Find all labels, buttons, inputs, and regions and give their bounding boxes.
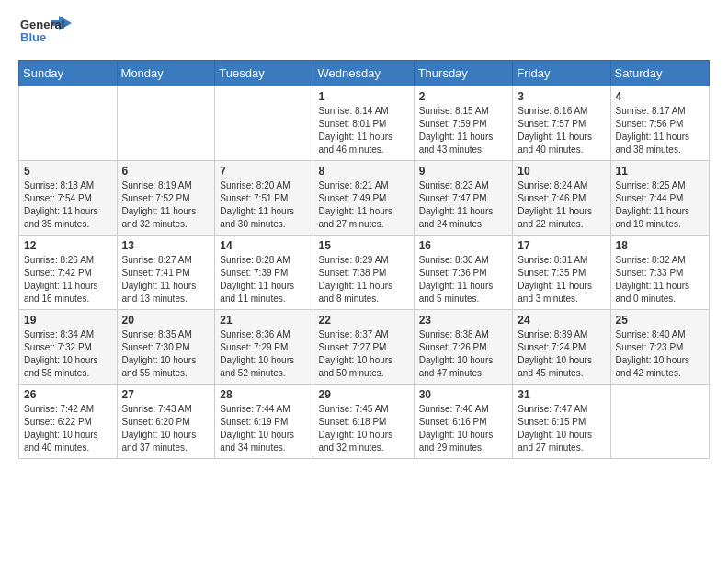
- day-cell: 16Sunrise: 8:30 AM Sunset: 7:36 PM Dayli…: [414, 236, 513, 310]
- day-cell: [117, 86, 215, 161]
- day-cell: 17Sunrise: 8:31 AM Sunset: 7:35 PM Dayli…: [513, 236, 610, 310]
- day-number: 3: [518, 90, 605, 103]
- weekday-header-thursday: Thursday: [414, 61, 513, 86]
- day-info: Sunrise: 8:31 AM Sunset: 7:35 PM Dayligh…: [518, 254, 605, 305]
- day-cell: [610, 385, 709, 459]
- day-number: 28: [220, 388, 308, 401]
- day-cell: [19, 86, 118, 161]
- week-row-3: 12Sunrise: 8:26 AM Sunset: 7:42 PM Dayli…: [19, 236, 710, 310]
- day-cell: 20Sunrise: 8:35 AM Sunset: 7:30 PM Dayli…: [117, 310, 215, 385]
- day-number: 7: [220, 165, 308, 178]
- day-number: 21: [220, 314, 308, 327]
- weekday-header-friday: Friday: [513, 61, 610, 86]
- weekday-header-sunday: Sunday: [19, 61, 118, 86]
- day-number: 4: [616, 90, 704, 103]
- day-cell: 25Sunrise: 8:40 AM Sunset: 7:23 PM Dayli…: [610, 310, 709, 385]
- day-info: Sunrise: 8:19 AM Sunset: 7:52 PM Dayligh…: [122, 179, 210, 231]
- weekday-header-tuesday: Tuesday: [215, 61, 313, 86]
- day-cell: 1Sunrise: 8:14 AM Sunset: 8:01 PM Daylig…: [313, 86, 414, 161]
- day-info: Sunrise: 8:17 AM Sunset: 7:56 PM Dayligh…: [616, 105, 704, 156]
- day-cell: 11Sunrise: 8:25 AM Sunset: 7:44 PM Dayli…: [610, 161, 709, 236]
- logo: GeneralBlue: [18, 14, 74, 51]
- day-number: 24: [518, 314, 605, 327]
- svg-text:Blue: Blue: [20, 30, 46, 44]
- header: GeneralBlue: [18, 14, 710, 51]
- day-number: 9: [419, 165, 508, 178]
- day-cell: 28Sunrise: 7:44 AM Sunset: 6:19 PM Dayli…: [215, 385, 313, 459]
- day-number: 5: [24, 165, 112, 178]
- day-cell: 22Sunrise: 8:37 AM Sunset: 7:27 PM Dayli…: [313, 310, 414, 385]
- day-cell: 6Sunrise: 8:19 AM Sunset: 7:52 PM Daylig…: [117, 161, 215, 236]
- weekday-header-wednesday: Wednesday: [313, 61, 414, 86]
- day-cell: 13Sunrise: 8:27 AM Sunset: 7:41 PM Dayli…: [117, 236, 215, 310]
- day-info: Sunrise: 7:46 AM Sunset: 6:16 PM Dayligh…: [419, 403, 508, 454]
- week-row-4: 19Sunrise: 8:34 AM Sunset: 7:32 PM Dayli…: [19, 310, 710, 385]
- day-cell: 30Sunrise: 7:46 AM Sunset: 6:16 PM Dayli…: [414, 385, 513, 459]
- weekday-header-saturday: Saturday: [610, 61, 709, 86]
- day-number: 1: [318, 90, 408, 103]
- day-info: Sunrise: 8:36 AM Sunset: 7:29 PM Dayligh…: [220, 328, 308, 380]
- day-cell: 12Sunrise: 8:26 AM Sunset: 7:42 PM Dayli…: [19, 236, 118, 310]
- day-info: Sunrise: 7:45 AM Sunset: 6:18 PM Dayligh…: [318, 403, 408, 454]
- day-cell: 18Sunrise: 8:32 AM Sunset: 7:33 PM Dayli…: [610, 236, 709, 310]
- day-number: 13: [122, 239, 210, 252]
- day-number: 31: [518, 388, 605, 401]
- week-row-5: 26Sunrise: 7:42 AM Sunset: 6:22 PM Dayli…: [19, 385, 710, 459]
- day-info: Sunrise: 8:15 AM Sunset: 7:59 PM Dayligh…: [419, 105, 508, 156]
- day-info: Sunrise: 8:32 AM Sunset: 7:33 PM Dayligh…: [616, 254, 704, 305]
- day-cell: 4Sunrise: 8:17 AM Sunset: 7:56 PM Daylig…: [610, 86, 709, 161]
- day-info: Sunrise: 8:27 AM Sunset: 7:41 PM Dayligh…: [122, 254, 210, 305]
- day-cell: 23Sunrise: 8:38 AM Sunset: 7:26 PM Dayli…: [414, 310, 513, 385]
- week-row-1: 1Sunrise: 8:14 AM Sunset: 8:01 PM Daylig…: [19, 86, 710, 161]
- day-info: Sunrise: 8:28 AM Sunset: 7:39 PM Dayligh…: [220, 254, 308, 305]
- day-cell: [215, 86, 313, 161]
- day-info: Sunrise: 8:29 AM Sunset: 7:38 PM Dayligh…: [318, 254, 408, 305]
- day-info: Sunrise: 8:25 AM Sunset: 7:44 PM Dayligh…: [616, 179, 704, 231]
- day-info: Sunrise: 8:30 AM Sunset: 7:36 PM Dayligh…: [419, 254, 508, 305]
- day-info: Sunrise: 8:37 AM Sunset: 7:27 PM Dayligh…: [318, 328, 408, 380]
- day-info: Sunrise: 8:26 AM Sunset: 7:42 PM Dayligh…: [24, 254, 112, 305]
- day-number: 2: [419, 90, 508, 103]
- day-info: Sunrise: 7:47 AM Sunset: 6:15 PM Dayligh…: [518, 403, 605, 454]
- day-info: Sunrise: 8:20 AM Sunset: 7:51 PM Dayligh…: [220, 179, 308, 231]
- day-number: 18: [616, 239, 704, 252]
- day-cell: 7Sunrise: 8:20 AM Sunset: 7:51 PM Daylig…: [215, 161, 313, 236]
- week-row-2: 5Sunrise: 8:18 AM Sunset: 7:54 PM Daylig…: [19, 161, 710, 236]
- day-number: 6: [122, 165, 210, 178]
- day-info: Sunrise: 8:38 AM Sunset: 7:26 PM Dayligh…: [419, 328, 508, 380]
- day-number: 23: [419, 314, 508, 327]
- day-cell: 21Sunrise: 8:36 AM Sunset: 7:29 PM Dayli…: [215, 310, 313, 385]
- day-cell: 3Sunrise: 8:16 AM Sunset: 7:57 PM Daylig…: [513, 86, 610, 161]
- day-info: Sunrise: 8:18 AM Sunset: 7:54 PM Dayligh…: [24, 179, 112, 231]
- day-number: 30: [419, 388, 508, 401]
- day-number: 15: [318, 239, 408, 252]
- day-number: 17: [518, 239, 605, 252]
- day-info: Sunrise: 8:21 AM Sunset: 7:49 PM Dayligh…: [318, 179, 408, 231]
- day-cell: 19Sunrise: 8:34 AM Sunset: 7:32 PM Dayli…: [19, 310, 118, 385]
- day-number: 14: [220, 239, 308, 252]
- day-info: Sunrise: 8:40 AM Sunset: 7:23 PM Dayligh…: [616, 328, 704, 380]
- day-cell: 14Sunrise: 8:28 AM Sunset: 7:39 PM Dayli…: [215, 236, 313, 310]
- day-cell: 10Sunrise: 8:24 AM Sunset: 7:46 PM Dayli…: [513, 161, 610, 236]
- day-number: 10: [518, 165, 605, 178]
- calendar-table: SundayMondayTuesdayWednesdayThursdayFrid…: [18, 60, 710, 459]
- day-info: Sunrise: 8:34 AM Sunset: 7:32 PM Dayligh…: [24, 328, 112, 380]
- day-info: Sunrise: 7:44 AM Sunset: 6:19 PM Dayligh…: [220, 403, 308, 454]
- day-cell: 27Sunrise: 7:43 AM Sunset: 6:20 PM Dayli…: [117, 385, 215, 459]
- day-number: 11: [616, 165, 704, 178]
- page: GeneralBlue SundayMondayTuesdayWednesday…: [0, 0, 728, 563]
- day-number: 25: [616, 314, 704, 327]
- day-number: 19: [24, 314, 112, 327]
- day-info: Sunrise: 7:42 AM Sunset: 6:22 PM Dayligh…: [24, 403, 112, 454]
- day-cell: 5Sunrise: 8:18 AM Sunset: 7:54 PM Daylig…: [19, 161, 118, 236]
- day-cell: 24Sunrise: 8:39 AM Sunset: 7:24 PM Dayli…: [513, 310, 610, 385]
- day-cell: 26Sunrise: 7:42 AM Sunset: 6:22 PM Dayli…: [19, 385, 118, 459]
- day-number: 29: [318, 388, 408, 401]
- weekday-header-monday: Monday: [117, 61, 215, 86]
- svg-text:General: General: [20, 17, 64, 31]
- day-cell: 15Sunrise: 8:29 AM Sunset: 7:38 PM Dayli…: [313, 236, 414, 310]
- day-number: 8: [318, 165, 408, 178]
- day-number: 27: [122, 388, 210, 401]
- day-cell: 29Sunrise: 7:45 AM Sunset: 6:18 PM Dayli…: [313, 385, 414, 459]
- day-info: Sunrise: 8:16 AM Sunset: 7:57 PM Dayligh…: [518, 105, 605, 156]
